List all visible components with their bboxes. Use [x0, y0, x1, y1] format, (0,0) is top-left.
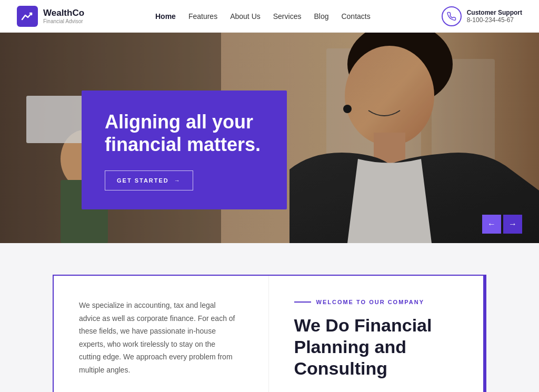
support-label: Customer Support [467, 9, 522, 16]
hero-section: Aligning all your financial matters. GET… [0, 33, 539, 243]
get-started-button[interactable]: GET STARTED → [105, 170, 193, 190]
nav-blog[interactable]: Blog [314, 12, 328, 21]
hero-arrows: ← → [482, 215, 522, 234]
arrow-right-icon: → [174, 177, 181, 184]
logo-subtitle: Financial Advisor [43, 18, 84, 24]
logo-text: WealthCo Financial Advisor [43, 8, 84, 24]
hero-title: Aligning all your financial matters. [105, 110, 264, 156]
logo-icon [17, 6, 38, 27]
section-left: We specialize in accounting, tax and leg… [54, 276, 269, 392]
logo-area[interactable]: WealthCo Financial Advisor [17, 6, 84, 27]
welcome-line [294, 301, 311, 303]
nav-services[interactable]: Services [273, 12, 302, 21]
main-nav: Home Features About Us Services Blog Con… [155, 12, 371, 21]
nav-features[interactable]: Features [188, 12, 217, 21]
phone-icon [442, 6, 462, 26]
next-slide-button[interactable]: → [503, 215, 522, 234]
section-right: WELCOME TO OUR COMPANY We Do Financial P… [269, 276, 484, 392]
welcome-label: WELCOME TO OUR COMPANY [294, 299, 458, 305]
support-text: Customer Support 8-100-234-45-67 [467, 9, 522, 24]
nav-about-us[interactable]: About Us [230, 12, 261, 21]
next-arrow-icon: → [508, 219, 517, 229]
company-description: We specialize in accounting, tax and leg… [79, 299, 237, 376]
company-section: We specialize in accounting, tax and leg… [0, 243, 539, 392]
section-title: We Do Financial Planning and Consulting [294, 315, 458, 379]
support-area: Customer Support 8-100-234-45-67 [442, 6, 522, 26]
prev-slide-button[interactable]: ← [482, 215, 501, 234]
support-phone: 8-100-234-45-67 [467, 16, 522, 24]
hero-card: Aligning all your financial matters. GET… [82, 91, 287, 209]
logo-name: WealthCo [43, 8, 84, 18]
nav-contacts[interactable]: Contacts [341, 12, 370, 21]
company-card: We specialize in accounting, tax and leg… [53, 275, 486, 392]
nav-home[interactable]: Home [155, 12, 176, 21]
prev-arrow-icon: ← [487, 219, 496, 229]
